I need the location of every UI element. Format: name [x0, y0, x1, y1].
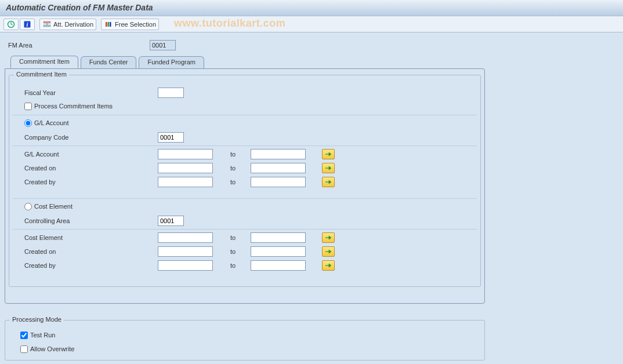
gl-range-label: G/L Account	[13, 151, 158, 158]
tabstrip: Commitment Item Funds Center Funded Prog…	[5, 56, 618, 304]
svg-line-2	[11, 24, 13, 25]
info-icon: i	[23, 20, 32, 29]
free-selection-button[interactable]: Free Selection	[101, 19, 159, 30]
ce-from-field[interactable]	[158, 232, 213, 243]
svg-marker-13	[325, 180, 331, 184]
ce-created-by-from-field[interactable]	[158, 260, 213, 271]
company-code-field[interactable]	[158, 132, 184, 143]
att-derivation-button[interactable]: Att. Derivation	[39, 19, 96, 30]
free-selection-icon	[104, 20, 113, 29]
arrow-right-icon	[325, 165, 332, 171]
ce-multiple-selection-button[interactable]	[322, 232, 335, 243]
gl-created-by-to-field[interactable]	[251, 177, 306, 187]
att-derivation-label: Att. Derivation	[53, 21, 93, 28]
process-ci-checkbox-wrap[interactable]: Process Commitment Items	[24, 103, 113, 110]
gl-created-on-label: Created on	[13, 165, 158, 172]
ce-created-by-multiple-button[interactable]	[322, 260, 335, 271]
gl-created-on-multiple-button[interactable]	[322, 163, 335, 173]
fiscal-year-label: Fiscal Year	[13, 89, 158, 96]
svg-rect-5	[44, 21, 50, 23]
process-ci-checkbox[interactable]	[24, 103, 32, 110]
test-run-label: Test Run	[30, 332, 55, 338]
allow-overwrite-label: Allow Overwrite	[30, 345, 74, 352]
fiscal-year-field[interactable]	[158, 88, 184, 98]
allow-overwrite-checkbox-wrap[interactable]: Allow Overwrite	[20, 345, 74, 353]
ce-to-field[interactable]	[251, 232, 306, 243]
fm-area-row: FM Area	[5, 38, 618, 52]
tab-funds-center[interactable]: Funds Center	[81, 56, 137, 68]
svg-rect-10	[110, 22, 111, 27]
gl-created-on-to-field[interactable]	[251, 163, 306, 173]
arrow-right-icon	[325, 179, 332, 185]
svg-marker-16	[325, 264, 331, 267]
gl-created-on-from-field[interactable]	[158, 163, 213, 173]
tabstrip-tabs: Commitment Item Funds Center Funded Prog…	[5, 56, 618, 68]
commitment-item-group: Commitment Item Fiscal Year Process Comm…	[9, 75, 481, 287]
tab-panel-commitment-item: Commitment Item Fiscal Year Process Comm…	[5, 68, 485, 304]
svg-rect-8	[106, 22, 107, 27]
ce-created-by-label: Created by	[13, 262, 158, 269]
arrow-right-icon	[325, 263, 332, 268]
tab-commitment-item[interactable]: Commitment Item	[10, 56, 78, 68]
controlling-area-field[interactable]	[158, 216, 184, 226]
cost-element-radio-wrap[interactable]: Cost Element	[24, 203, 73, 210]
gl-to-label: to	[230, 151, 245, 158]
watermark-text: www.tutorialkart.com	[174, 17, 285, 30]
ce-created-on-label: Created on	[13, 248, 158, 255]
processing-mode-group: Processing Mode Test Run Allow Overwrite	[5, 320, 485, 361]
gl-from-field[interactable]	[158, 149, 213, 159]
application-toolbar: i Att. Derivation Free Selection www.tut…	[0, 16, 623, 32]
svg-marker-11	[325, 152, 331, 156]
arrow-right-icon	[325, 151, 332, 157]
svg-text:i: i	[27, 21, 28, 27]
svg-rect-6	[44, 25, 50, 27]
test-run-checkbox-wrap[interactable]: Test Run	[20, 332, 55, 339]
cost-element-radio-label: Cost Element	[34, 203, 73, 210]
process-ci-label: Process Commitment Items	[34, 103, 113, 110]
free-selection-label: Free Selection	[115, 21, 156, 28]
gl-account-radio-wrap[interactable]: G/L Account	[24, 119, 69, 127]
gl-account-radio-label: G/L Account	[34, 119, 69, 126]
info-button[interactable]: i	[20, 19, 35, 30]
gl-created-by-from-field[interactable]	[158, 177, 213, 187]
svg-marker-12	[325, 166, 331, 170]
gl-multiple-selection-button[interactable]	[322, 149, 335, 159]
gl-created-by-multiple-button[interactable]	[322, 177, 335, 187]
commitment-item-group-title: Commitment Item	[14, 71, 69, 78]
window-title: Automatic Creation of FM Master Data	[6, 3, 153, 12]
fm-area-label: FM Area	[5, 42, 150, 49]
cost-element-radio[interactable]	[24, 203, 32, 210]
gl-created-by-label: Created by	[13, 179, 158, 185]
controlling-area-label: Controlling Area	[13, 217, 158, 224]
allow-overwrite-checkbox[interactable]	[20, 345, 28, 353]
ce-range-label: Cost Element	[13, 234, 158, 241]
test-run-checkbox[interactable]	[20, 332, 28, 339]
arrow-right-icon	[325, 235, 332, 241]
ce-created-on-from-field[interactable]	[158, 246, 213, 257]
svg-marker-14	[325, 236, 331, 239]
gl-account-radio[interactable]	[24, 119, 32, 127]
arrow-right-icon	[325, 249, 332, 254]
execute-icon	[6, 20, 16, 29]
ce-created-on-to-field[interactable]	[251, 246, 306, 257]
derivation-icon	[42, 20, 52, 29]
tab-funded-program[interactable]: Funded Program	[139, 56, 204, 68]
content-area: FM Area Commitment Item Funds Center Fun…	[0, 32, 623, 364]
svg-marker-15	[325, 250, 331, 253]
fm-area-field[interactable]	[150, 40, 176, 50]
processing-mode-title: Processing Mode	[10, 316, 64, 323]
gl-to-field[interactable]	[251, 149, 306, 159]
ce-created-by-to-field[interactable]	[251, 260, 306, 271]
window-title-bar: Automatic Creation of FM Master Data	[0, 0, 623, 16]
svg-rect-9	[108, 22, 110, 27]
ce-created-on-multiple-button[interactable]	[322, 246, 335, 257]
company-code-label: Company Code	[13, 134, 158, 141]
execute-button[interactable]	[3, 19, 19, 30]
